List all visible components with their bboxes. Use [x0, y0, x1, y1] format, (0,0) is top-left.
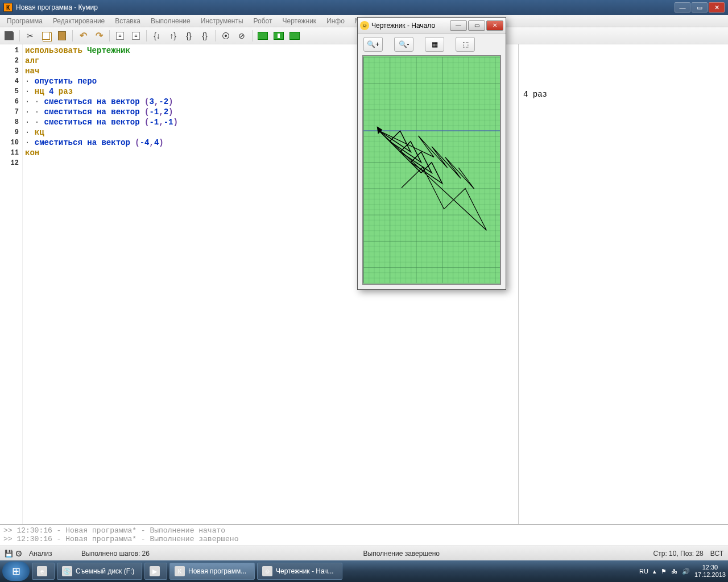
- lang-indicator[interactable]: RU: [639, 568, 648, 575]
- menu-редактирование[interactable]: Редактирование: [48, 16, 109, 26]
- maximize-button[interactable]: ▭: [692, 2, 708, 13]
- line-number: 12: [0, 158, 19, 168]
- zoom-in-button[interactable]: 🔍+: [363, 37, 383, 52]
- menu-инструменты[interactable]: Инструменты: [196, 16, 248, 26]
- line-number: 11: [0, 148, 19, 158]
- tray-chevron-icon[interactable]: ▴: [653, 568, 656, 575]
- line-number: 4: [0, 76, 19, 86]
- line-number: 10: [0, 138, 19, 148]
- taskbar-item[interactable]: e: [32, 563, 55, 580]
- zoom-out-button[interactable]: 🔍-: [394, 37, 413, 52]
- run-button[interactable]: [256, 29, 270, 43]
- minimize-button[interactable]: —: [675, 2, 690, 13]
- tool-button[interactable]: {}: [198, 29, 212, 43]
- taskbar-item[interactable]: ☺Чертежник - Нач...: [257, 563, 342, 580]
- drafter-close-button[interactable]: ✕: [486, 20, 503, 31]
- drafter-toolbar: 🔍+ 🔍- ▦ ⬚: [358, 34, 506, 55]
- paste-button[interactable]: [55, 29, 69, 43]
- tool-button[interactable]: ≡: [129, 29, 143, 43]
- tool-button[interactable]: ≡: [113, 29, 127, 43]
- close-icon[interactable]: ⮿: [15, 550, 22, 558]
- line-number: 8: [0, 117, 19, 127]
- menu-чертежник[interactable]: Чертежник: [278, 16, 321, 26]
- step-button[interactable]: [272, 29, 286, 43]
- status-steps: Выполнено шагов: 26: [81, 550, 150, 558]
- drafter-titlebar[interactable]: ☺ Чертежник - Начало — ▭ ✕: [358, 18, 506, 34]
- drafter-minimize-button[interactable]: —: [450, 20, 467, 31]
- status-analysis: Анализ: [29, 550, 75, 558]
- drafter-title: Чертежник - Начало: [371, 22, 449, 30]
- taskbar-item[interactable]: 💿Съемный диск (F:): [57, 563, 142, 580]
- status-pos: Стр: 10, Поз: 28: [653, 550, 704, 558]
- grid-button[interactable]: ▦: [425, 37, 444, 52]
- line-number: 5: [0, 86, 19, 97]
- app-icon: К: [3, 3, 13, 12]
- taskbar-item-icon: К: [175, 566, 185, 576]
- window-title: Новая программа - Кумир: [16, 3, 673, 11]
- line-number: 1: [0, 45, 19, 56]
- copy-button[interactable]: [39, 29, 53, 43]
- statusbar: 💾 ⮿ Анализ Выполнено шагов: 26 Выполнени…: [0, 546, 728, 560]
- redo-button[interactable]: ↷: [92, 29, 106, 43]
- cut-button[interactable]: ✂: [23, 29, 37, 43]
- save-button[interactable]: [2, 29, 16, 43]
- tool-button[interactable]: ⦿: [219, 29, 233, 43]
- taskbar-item-icon: ☺: [262, 566, 272, 576]
- status-ins: ВСТ: [710, 550, 723, 558]
- menu-вставка[interactable]: Вставка: [110, 16, 145, 26]
- tool-button[interactable]: ↑}: [166, 29, 180, 43]
- drafter-maximize-button[interactable]: ▭: [468, 20, 485, 31]
- flag-icon[interactable]: ⚑: [661, 568, 667, 575]
- tool-button[interactable]: {↓: [150, 29, 164, 43]
- menu-робот[interactable]: Робот: [249, 16, 277, 26]
- side-text: 4 раз: [523, 90, 547, 99]
- line-number: 9: [0, 127, 19, 138]
- console-output: >> 12:30:16 - Новая программа* - Выполне…: [0, 524, 728, 546]
- drafter-window[interactable]: ☺ Чертежник - Начало — ▭ ✕ 🔍+ 🔍- ▦ ⬚: [357, 17, 506, 290]
- taskbar-item-label: Съемный диск (F:): [76, 567, 134, 575]
- taskbar-item-icon: 💿: [62, 566, 72, 576]
- taskbar-item-label: Новая программ...: [188, 567, 246, 575]
- line-gutter: 123456789101112: [0, 44, 23, 524]
- menu-программа[interactable]: Программа: [2, 16, 47, 26]
- drafter-app-icon: ☺: [360, 21, 369, 30]
- taskbar-item[interactable]: КНовая программ...: [169, 563, 255, 580]
- tool-button[interactable]: {}: [182, 29, 196, 43]
- undo-button[interactable]: ↶: [76, 29, 90, 43]
- svg-rect-2: [363, 57, 500, 282]
- tool-button[interactable]: ⊘: [235, 29, 249, 43]
- network-icon[interactable]: 🖧: [671, 568, 677, 575]
- close-button[interactable]: ✕: [709, 2, 725, 13]
- line-number: 6: [0, 97, 19, 107]
- taskbar-item[interactable]: ▶: [144, 563, 167, 580]
- start-button[interactable]: ⊞: [2, 562, 30, 581]
- volume-icon[interactable]: 🔊: [682, 568, 690, 575]
- status-done: Выполнение завершено: [156, 550, 647, 558]
- line-number: 2: [0, 56, 19, 66]
- console-line: >> 12:30:16 - Новая программа* - Выполне…: [3, 535, 725, 543]
- taskbar-item-icon: e: [37, 566, 47, 576]
- save-icon[interactable]: 💾: [5, 550, 13, 558]
- drafter-canvas[interactable]: [362, 55, 501, 285]
- menu-инфо[interactable]: Инфо: [322, 16, 349, 26]
- fit-button[interactable]: ⬚: [456, 37, 475, 52]
- side-panel: 4 раз: [519, 44, 728, 524]
- line-number: 3: [0, 66, 19, 76]
- taskbar: ⊞ e💿Съемный диск (F:)▶КНовая программ...…: [0, 560, 728, 582]
- taskbar-item-label: Чертежник - Нач...: [276, 567, 334, 575]
- run2-button[interactable]: [288, 29, 301, 43]
- clock[interactable]: 12:30 17.12.2013: [694, 564, 726, 579]
- menu-выполнение[interactable]: Выполнение: [146, 16, 195, 26]
- taskbar-item-icon: ▶: [150, 566, 160, 576]
- console-line: >> 12:30:16 - Новая программа* - Выполне…: [3, 526, 725, 535]
- window-titlebar: К Новая программа - Кумир — ▭ ✕: [0, 0, 728, 15]
- line-number: 7: [0, 107, 19, 117]
- system-tray: RU ▴ ⚑ 🖧 🔊 12:30 17.12.2013: [639, 564, 726, 579]
